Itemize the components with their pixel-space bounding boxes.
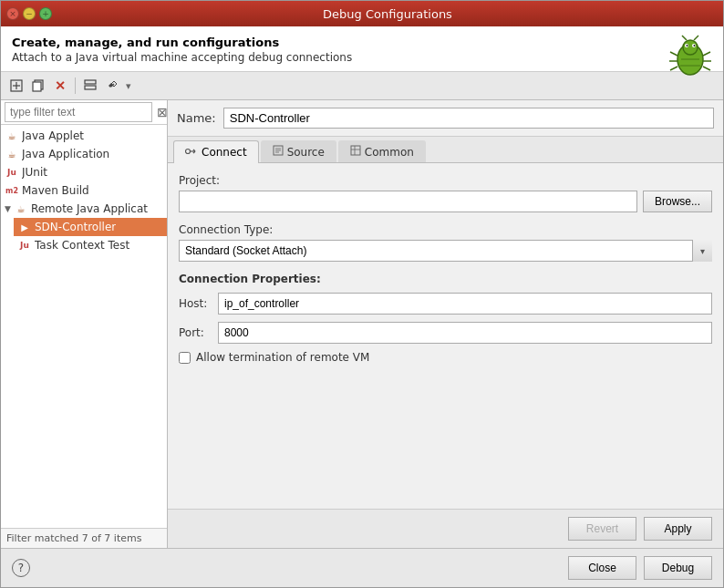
filter-input[interactable] [5, 102, 152, 122]
sidebar-item-sdn-controller[interactable]: ▶ SDN-Controller [14, 218, 167, 236]
window-title: Debug Configurations [57, 7, 718, 21]
connection-type-group: Connection Type: Standard (Socket Attach… [179, 223, 712, 262]
collapse-all-button[interactable] [80, 76, 100, 96]
delete-button[interactable]: ✕ [50, 76, 70, 96]
tab-connect[interactable]: Connect [173, 140, 259, 163]
task-context-icon: Ju [17, 238, 32, 253]
project-group: Project: Browse... [179, 174, 712, 212]
java-applet-icon: ☕ [5, 129, 19, 143]
header-subtitle: Attach to a Java virtual machine accepti… [12, 51, 712, 64]
tree-children: ▶ SDN-Controller Ju Task Context Test [1, 218, 167, 254]
toolbar: ✕ ▾ [1, 72, 723, 100]
svg-rect-22 [85, 86, 96, 89]
java-application-icon: ☕ [5, 147, 19, 161]
link-button[interactable] [102, 76, 122, 96]
name-row: Name: [168, 100, 723, 137]
svg-line-11 [703, 67, 710, 70]
tab-common-label: Common [365, 146, 414, 159]
name-label: Name: [177, 111, 216, 125]
source-tab-icon [273, 145, 284, 159]
help-button[interactable]: ? [12, 559, 30, 577]
panel-footer: Revert Apply [168, 509, 723, 548]
sidebar-footer: Filter matched 7 of 7 items [1, 528, 167, 548]
remote-java-icon: ☕ [14, 201, 28, 216]
svg-line-12 [682, 36, 687, 40]
allow-termination-row: Allow termination of remote VM [179, 351, 712, 364]
svg-rect-21 [85, 80, 96, 84]
sidebar-item-label: SDN-Controller [35, 221, 116, 233]
close-button[interactable]: Close [568, 556, 636, 580]
allow-termination-checkbox[interactable] [179, 352, 191, 364]
sdn-controller-icon: ▶ [17, 220, 32, 234]
connection-type-wrapper: Standard (Socket Attach) Socket Listen S… [179, 240, 712, 262]
debug-configurations-window: × − + Debug Configurations Create, manag… [0, 0, 724, 588]
svg-point-24 [186, 149, 191, 153]
sidebar-item-java-applet[interactable]: ☕ Java Applet [1, 127, 167, 145]
tab-common[interactable]: Common [338, 140, 426, 162]
main-content: ⊠ ☕ Java Applet ☕ Java Application Ju JU… [1, 100, 723, 548]
title-bar: × − + Debug Configurations [1, 1, 723, 26]
panel-content: Project: Browse... Connection Type: Stan… [168, 163, 723, 509]
sidebar-item-label: Java Application [22, 148, 109, 160]
sidebar-item-label: JUnit [22, 166, 47, 179]
port-label: Port: [179, 326, 211, 339]
sidebar-item-junit[interactable]: Ju JUnit [1, 163, 167, 181]
connection-type-select[interactable]: Standard (Socket Attach) Socket Listen S… [179, 240, 712, 262]
project-input[interactable] [179, 191, 637, 212]
debug-button[interactable]: Debug [644, 556, 712, 580]
sidebar-item-label: Maven Build [22, 184, 89, 197]
header-section: Create, manage, and run configurations A… [1, 26, 723, 72]
wm-max-button[interactable]: + [39, 7, 52, 20]
svg-line-8 [670, 67, 677, 70]
svg-line-6 [670, 52, 677, 56]
sidebar-item-label: Task Context Test [35, 239, 129, 252]
name-input[interactable] [223, 108, 714, 129]
toolbar-separator [75, 77, 76, 94]
tabs-bar: Connect Source Common [168, 137, 723, 163]
sidebar-item-maven-build[interactable]: m2 Maven Build [1, 181, 167, 200]
tab-source-label: Source [287, 146, 325, 159]
duplicate-button[interactable] [28, 76, 48, 96]
svg-point-5 [694, 45, 696, 46]
svg-rect-32 [351, 146, 360, 155]
tab-connect-label: Connect [202, 146, 247, 159]
tab-source[interactable]: Source [261, 140, 336, 162]
bottom-buttons: Close Debug [568, 556, 712, 580]
host-input[interactable] [218, 293, 712, 315]
apply-button[interactable]: Apply [644, 517, 712, 541]
bottom-bar: ? Close Debug [1, 548, 723, 587]
connect-tab-icon [185, 146, 198, 160]
connection-type-label: Connection Type: [179, 223, 712, 236]
svg-point-4 [687, 45, 688, 46]
wm-min-button[interactable]: − [23, 7, 36, 20]
header-title: Create, manage, and run configurations [12, 36, 712, 49]
sidebar-item-label: Java Applet [22, 129, 84, 142]
common-tab-icon [350, 145, 361, 159]
svg-line-9 [703, 52, 710, 56]
allow-termination-label[interactable]: Allow termination of remote VM [196, 351, 369, 364]
sidebar-item-java-application[interactable]: ☕ Java Application [1, 145, 167, 163]
connection-properties-label: Connection Properties: [179, 273, 712, 285]
revert-button[interactable]: Revert [568, 517, 636, 541]
project-label: Project: [179, 174, 712, 187]
sidebar-item-task-context[interactable]: Ju Task Context Test [14, 236, 167, 254]
host-label: Host: [179, 297, 211, 310]
host-row: Host: [179, 293, 712, 315]
expand-arrow-icon: ▼ [5, 204, 11, 213]
sidebar-tree: ☕ Java Applet ☕ Java Application Ju JUni… [1, 125, 167, 528]
svg-line-13 [694, 36, 698, 40]
wm-close-button[interactable]: × [6, 7, 19, 20]
sidebar-item-label: Remote Java Applicat [31, 202, 148, 215]
sidebar-item-remote-java[interactable]: ▼ ☕ Remote Java Applicat [1, 200, 167, 218]
port-input[interactable] [218, 322, 712, 344]
config-panel: Name: Connect Source [168, 100, 723, 548]
sidebar: ⊠ ☕ Java Applet ☕ Java Application Ju JU… [1, 100, 168, 548]
svg-rect-20 [33, 82, 41, 91]
new-config-button[interactable] [6, 76, 26, 96]
connection-properties-group: Connection Properties: Host: Port: Allow… [179, 273, 712, 364]
bug-icon [668, 34, 712, 81]
maven-icon: m2 [5, 183, 19, 198]
wm-controls: × − + [6, 7, 52, 20]
browse-button[interactable]: Browse... [643, 191, 712, 212]
svg-point-1 [683, 40, 698, 55]
